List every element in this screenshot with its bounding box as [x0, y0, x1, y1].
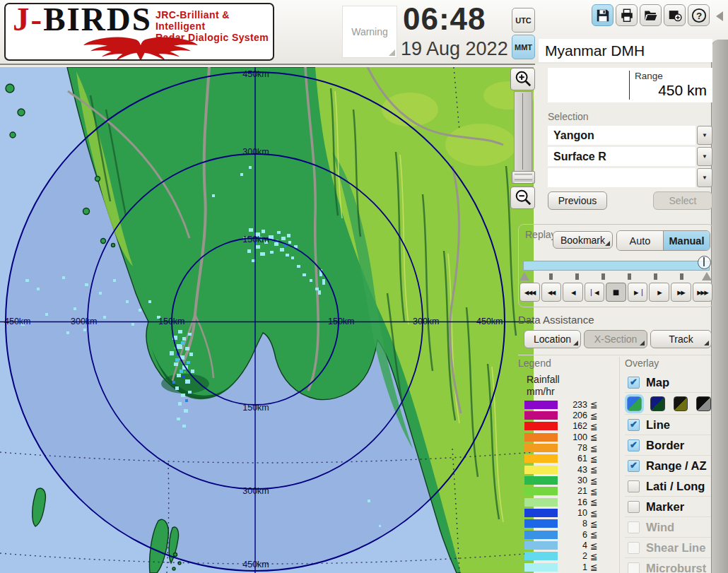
svg-text:150km: 150km: [328, 317, 355, 326]
product-dropdown-value[interactable]: Surface R: [548, 147, 695, 166]
option-dropdown-arrow[interactable]: ▼: [697, 168, 712, 187]
fast-rewind-button[interactable]: ◀◀◀: [519, 283, 540, 302]
timeline-start-marker[interactable]: [519, 272, 529, 280]
logo-title: J-BIRDS: [13, 3, 152, 38]
open-folder-button[interactable]: [640, 4, 662, 26]
legend-title: Rainfall mm/hr: [527, 374, 560, 398]
legend-entry: 6≦: [524, 529, 606, 540]
zoom-slider-track[interactable]: [514, 91, 532, 174]
x-section-button[interactable]: X-Section: [584, 330, 647, 348]
step-back-button[interactable]: ▏◀: [585, 283, 605, 302]
station-dropdown-value[interactable]: Yangon: [548, 126, 695, 145]
svg-text:300km: 300km: [71, 317, 98, 326]
help-button[interactable]: ?: [688, 4, 710, 26]
playback-controls: ◀◀◀ ◀◀ ◀ ▏◀ ■ ▶▕ ▶ ▶▶ ▶▶▶: [519, 283, 712, 302]
svg-text:450km: 450km: [242, 69, 269, 79]
legend-swatch: [524, 433, 558, 442]
location-button[interactable]: Location: [524, 330, 581, 348]
map-checkbox[interactable]: [628, 377, 640, 389]
legend-entry: 1≦: [524, 562, 606, 572]
overlay-item-range-az[interactable]: Range / AZ: [625, 455, 711, 475]
svg-text:450km: 450km: [242, 560, 269, 569]
overlay-item-lati-long[interactable]: Lati / Long: [625, 475, 711, 496]
range-az-checkbox[interactable]: [628, 460, 640, 472]
manual-mode-button[interactable]: Manual: [664, 231, 710, 250]
save-icon: [595, 8, 611, 23]
forward-button[interactable]: ▶▶: [671, 283, 691, 302]
selection-label: Selection: [548, 111, 589, 122]
step-forward-button[interactable]: ▶▕: [628, 283, 648, 302]
legend-label: Legend: [518, 358, 551, 369]
resize-grip-icon[interactable]: [389, 49, 395, 56]
legend-swatch: [524, 498, 558, 507]
map-style-gray[interactable]: [696, 396, 711, 411]
warning-panel[interactable]: Warning: [342, 6, 397, 58]
legend-entry: 162≦: [524, 421, 606, 432]
fast-forward-button[interactable]: ▶▶▶: [693, 283, 713, 302]
svg-text:450km: 450km: [4, 317, 31, 326]
overlay-item-map[interactable]: Map: [625, 373, 711, 392]
radar-map[interactable]: 450km 300km 150km 150km 300km 450km 450k…: [0, 67, 534, 573]
timeline-end-marker[interactable]: [702, 272, 712, 280]
zoom-in-button[interactable]: [510, 68, 535, 90]
legend-entry: 100≦: [524, 432, 606, 442]
select-button[interactable]: Select: [653, 191, 712, 210]
play-button[interactable]: ▶: [649, 283, 669, 302]
border-checkbox[interactable]: [628, 439, 640, 451]
zoom-slider-handle[interactable]: [512, 171, 535, 184]
overlay-item-line[interactable]: Line: [625, 414, 711, 435]
legend-swatch: [524, 454, 558, 463]
rewind-button[interactable]: ◀◀: [541, 283, 562, 302]
legend-swatch: [524, 444, 558, 452]
range-box: Range 450 km: [548, 68, 712, 102]
bookmark-button[interactable]: Bookmark: [553, 231, 613, 249]
map-style-terrain[interactable]: [627, 396, 642, 411]
legend-swatch: [524, 401, 558, 409]
legend-scale: 233≦ 206≦ 162≦ 100≦ 78≦ 61≦ 43≦ 30≦ 21≦ …: [524, 399, 606, 573]
j-birds-app: J-BIRDS JRC-Brilliant & Intelligent Rada…: [0, 0, 728, 573]
zoom-out-button[interactable]: [510, 187, 535, 209]
stop-button[interactable]: ■: [606, 283, 626, 302]
overlay-item-shear-line: Shear Line: [625, 537, 711, 557]
legend-swatch: [524, 531, 558, 539]
legend-swatch: [524, 411, 558, 420]
auto-mode-button[interactable]: Auto: [617, 231, 664, 250]
range-value: 450 km: [658, 82, 707, 99]
open-folder-icon: [643, 8, 659, 23]
collapse-panel-arrow-icon[interactable]: [716, 11, 723, 21]
save-button[interactable]: [592, 4, 613, 26]
station-name: Myanmar DMH: [539, 39, 712, 62]
replay-timeline[interactable]: [523, 261, 710, 271]
lati-long-checkbox[interactable]: [628, 480, 640, 492]
option-dropdown-value[interactable]: [548, 168, 695, 187]
overlay-item-marker[interactable]: Marker: [625, 496, 711, 516]
legend-swatch: [524, 422, 558, 430]
previous-button[interactable]: Previous: [548, 191, 607, 210]
clock-time: 06:48: [403, 1, 486, 37]
line-checkbox[interactable]: [628, 419, 640, 431]
legend-entry: 78≦: [524, 442, 606, 453]
play-reverse-button[interactable]: ◀: [563, 283, 583, 302]
marker-checkbox[interactable]: [628, 501, 640, 513]
legend-swatch: [524, 476, 558, 485]
station-dropdown-arrow[interactable]: ▼: [697, 126, 712, 145]
section-divider: [518, 355, 711, 355]
overlay-item-border[interactable]: Border: [625, 435, 711, 455]
track-button[interactable]: Track: [650, 330, 712, 348]
map-style-dark[interactable]: [650, 396, 665, 411]
mmt-button[interactable]: MMT: [512, 35, 535, 59]
map-style-olive[interactable]: [674, 396, 688, 411]
clock-date: 19 Aug 2022: [401, 38, 508, 60]
product-dropdown-arrow[interactable]: ▼: [697, 147, 712, 166]
svg-text:300km: 300km: [413, 317, 440, 326]
overlay-label: Overlay: [625, 358, 659, 369]
legend-entry: 61≦: [524, 454, 606, 464]
svg-text:450km: 450km: [476, 317, 503, 326]
add-image-button[interactable]: [664, 4, 686, 26]
replay-mode-switch: Auto Manual: [616, 230, 710, 251]
print-button[interactable]: [616, 4, 638, 26]
utc-button[interactable]: UTC: [512, 8, 535, 33]
replay-label: Replay: [525, 229, 556, 240]
timeline-handle[interactable]: [698, 256, 711, 269]
panel-edge-strip[interactable]: [711, 40, 728, 573]
